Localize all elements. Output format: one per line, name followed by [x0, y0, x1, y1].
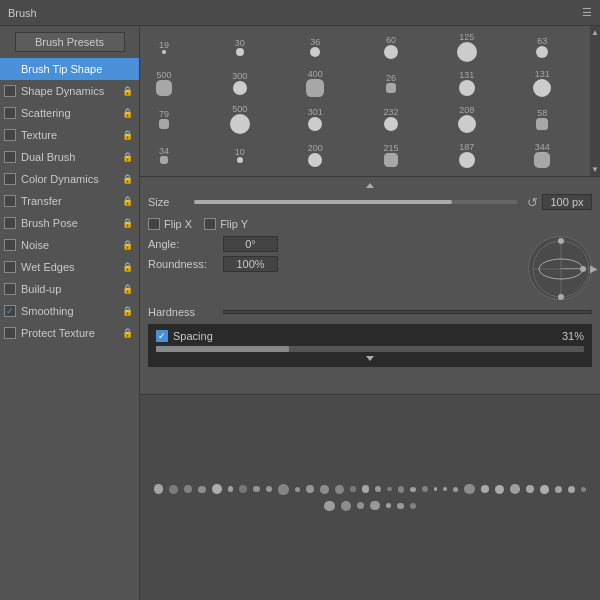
preview-dot	[375, 486, 381, 492]
preview-dot	[387, 487, 391, 491]
preview-dot	[410, 487, 415, 492]
brush-shape-0-4	[457, 42, 477, 62]
sidebar-item-7[interactable]: Brush Pose🔒	[0, 212, 139, 234]
brush-thumb-0-5[interactable]: 63	[522, 30, 562, 64]
sidebar-item-9[interactable]: Wet Edges🔒	[0, 256, 139, 278]
flip-y-checkbox[interactable]	[204, 218, 216, 230]
preview-dot	[239, 485, 247, 493]
sidebar-item-label-8: Noise	[21, 239, 49, 251]
reset-icon[interactable]: ↺	[527, 195, 538, 210]
preview-dot	[295, 487, 300, 492]
sidebar-item-label-9: Wet Edges	[21, 261, 75, 273]
brush-panel: Brush ☰ Brush Presets Brush Tip ShapeSha…	[0, 0, 600, 600]
scroll-up-icon[interactable]: ▲	[591, 28, 599, 37]
brush-thumb-2-4[interactable]: 208	[447, 102, 487, 136]
angle-input[interactable]	[223, 236, 278, 252]
preview-dot	[357, 502, 364, 509]
brush-thumb-3-3[interactable]: 215	[371, 138, 411, 172]
brush-num-2-3: 232	[383, 108, 398, 117]
brush-scrollbar[interactable]: ▲ ▼	[590, 26, 600, 176]
brush-num-1-5: 131	[535, 70, 550, 79]
sidebar-item-3[interactable]: Texture🔒	[0, 124, 139, 146]
preview-dot	[228, 486, 234, 492]
sidebar-checkbox-10[interactable]	[4, 283, 16, 295]
brush-thumb-2-1[interactable]: 500	[220, 102, 260, 136]
brush-thumb-3-0[interactable]: 34	[144, 138, 184, 172]
sidebar-checkbox-9[interactable]	[4, 261, 16, 273]
sidebar-checkbox-12[interactable]	[4, 327, 16, 339]
sidebar-item-2[interactable]: Scattering🔒	[0, 102, 139, 124]
spacing-slider[interactable]	[156, 346, 584, 352]
hardness-slider[interactable]	[223, 310, 592, 314]
brush-num-1-4: 131	[459, 71, 474, 80]
brush-thumb-2-2[interactable]: 301	[295, 102, 335, 136]
preview-dot	[184, 485, 192, 493]
brush-thumb-1-0[interactable]: 500	[144, 66, 184, 100]
preview-area	[140, 394, 600, 600]
brush-shape-3-5	[534, 152, 550, 168]
brush-thumb-1-2[interactable]: 400	[295, 66, 335, 100]
sidebar-checkbox-5[interactable]	[4, 173, 16, 185]
brush-thumb-1-3[interactable]: 26	[371, 66, 411, 100]
sidebar-item-10[interactable]: Build-up🔒	[0, 278, 139, 300]
brush-thumb-0-2[interactable]: 36	[295, 30, 335, 64]
sidebar-lock-icon-9: 🔒	[122, 262, 133, 272]
brush-thumb-0-4[interactable]: 125	[447, 30, 487, 64]
size-value: 100 px	[542, 194, 592, 210]
sidebar-checkbox-11[interactable]: ✓	[4, 305, 16, 317]
brush-thumb-2-0[interactable]: 79	[144, 102, 184, 136]
scroll-down-icon[interactable]: ▼	[591, 165, 599, 174]
sidebar-checkbox-7[interactable]	[4, 217, 16, 229]
spacing-checkbox[interactable]: ✓	[156, 330, 168, 342]
brush-thumb-1-4[interactable]: 131	[447, 66, 487, 100]
brush-thumb-1-5[interactable]: 131	[522, 66, 562, 100]
sidebar-item-0[interactable]: Brush Tip Shape	[0, 58, 139, 80]
brush-num-0-0: 19	[159, 41, 169, 50]
sidebar-item-6[interactable]: Transfer🔒	[0, 190, 139, 212]
flip-x-checkbox[interactable]	[148, 218, 160, 230]
preview-dot	[398, 486, 405, 493]
sidebar-checkbox-2[interactable]	[4, 107, 16, 119]
angle-row: Angle:	[148, 236, 520, 252]
size-slider[interactable]	[194, 200, 517, 204]
roundness-input[interactable]	[223, 256, 278, 272]
sidebar-item-label-6: Transfer	[21, 195, 62, 207]
brush-thumb-3-2[interactable]: 200	[295, 138, 335, 172]
brush-shape-1-3	[386, 83, 396, 93]
sidebar-checkbox-4[interactable]	[4, 151, 16, 163]
sidebar-checkbox-6[interactable]	[4, 195, 16, 207]
svg-point-6	[580, 266, 586, 272]
brush-thumb-1-1[interactable]: 300	[220, 66, 260, 100]
menu-icon[interactable]: ☰	[582, 6, 592, 19]
sidebar-item-8[interactable]: Noise🔒	[0, 234, 139, 256]
sidebar-checkbox-1[interactable]	[4, 85, 16, 97]
sidebar-lock-icon-4: 🔒	[122, 152, 133, 162]
sidebar-checkbox-3[interactable]	[4, 129, 16, 141]
brush-thumb-0-3[interactable]: 60	[371, 30, 411, 64]
brush-thumb-0-1[interactable]: 30	[220, 30, 260, 64]
brush-thumb-2-3[interactable]: 232	[371, 102, 411, 136]
brush-shape-2-3	[384, 117, 398, 131]
roundness-label: Roundness:	[148, 258, 223, 270]
sidebar-item-label-11: Smoothing	[21, 305, 74, 317]
panel-header: Brush ☰	[0, 0, 600, 26]
angle-widget[interactable]	[528, 236, 592, 300]
brush-thumb-3-5[interactable]: 344	[522, 138, 562, 172]
sidebar-item-4[interactable]: Dual Brush🔒	[0, 146, 139, 168]
brush-shape-0-5	[536, 46, 548, 58]
angle-label: Angle:	[148, 238, 223, 250]
brush-presets-button[interactable]: Brush Presets	[15, 32, 125, 52]
brush-thumb-3-1[interactable]: 10	[220, 138, 260, 172]
flip-row: Flip X Flip Y	[148, 218, 592, 230]
sidebar-item-12[interactable]: Protect Texture🔒	[0, 322, 139, 344]
main-content: Brush Presets Brush Tip ShapeShape Dynam…	[0, 26, 600, 600]
flip-y-label: Flip Y	[220, 218, 248, 230]
preview-dot	[370, 501, 379, 510]
brush-thumb-0-0[interactable]: 19	[144, 30, 184, 64]
sidebar-item-11[interactable]: ✓Smoothing🔒	[0, 300, 139, 322]
brush-thumb-3-4[interactable]: 187	[447, 138, 487, 172]
sidebar-item-1[interactable]: Shape Dynamics🔒	[0, 80, 139, 102]
brush-thumb-2-5[interactable]: 58	[522, 102, 562, 136]
sidebar-checkbox-8[interactable]	[4, 239, 16, 251]
sidebar-item-5[interactable]: Color Dynamics🔒	[0, 168, 139, 190]
